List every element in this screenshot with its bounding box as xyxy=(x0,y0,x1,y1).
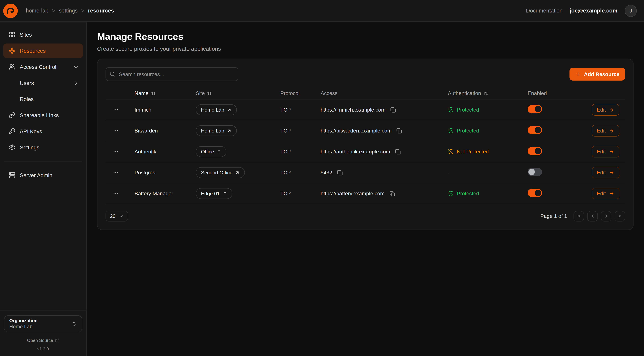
waypoints-icon xyxy=(9,48,15,54)
sort-by-name-button[interactable]: Name xyxy=(134,90,156,96)
copy-icon xyxy=(337,170,343,176)
toggle-knob xyxy=(535,190,541,196)
sidebar-item-access-control[interactable]: Access Control xyxy=(3,60,83,74)
protocol-value: TCP xyxy=(272,107,312,113)
copy-button[interactable] xyxy=(388,190,396,197)
avatar[interactable]: J xyxy=(625,5,637,17)
sidebar-footer: Organization Home Lab Open Source v1.3.0 xyxy=(0,310,86,352)
site-link-button[interactable]: Office xyxy=(196,146,226,157)
previous-page-button[interactable] xyxy=(587,211,598,221)
topbar-right: Documentation joe@example.com J xyxy=(526,5,637,17)
sort-by-site-button[interactable]: Site xyxy=(196,90,212,96)
toggle-knob xyxy=(535,148,541,154)
row-actions-button[interactable] xyxy=(110,104,121,115)
site-link-button[interactable]: Edge 01 xyxy=(196,188,232,199)
ellipsis-icon xyxy=(113,107,119,113)
sidebar-item-users[interactable]: Users xyxy=(3,76,83,90)
arrow-up-right-icon xyxy=(235,170,240,175)
auth-status: Protected xyxy=(440,128,521,134)
sidebar-item-api-keys[interactable]: API Keys xyxy=(3,124,83,138)
enabled-toggle[interactable] xyxy=(528,189,542,197)
sidebar-item-label: Resources xyxy=(20,48,46,54)
link-icon xyxy=(9,112,15,118)
edit-label: Edit xyxy=(597,190,606,196)
sidebar-item-settings[interactable]: Settings xyxy=(3,140,83,155)
protocol-value: TCP xyxy=(272,170,312,176)
auth-label: Protected xyxy=(457,107,479,113)
plus-icon xyxy=(575,71,581,77)
edit-label: Edit xyxy=(597,107,606,113)
enabled-toggle[interactable] xyxy=(528,168,542,176)
row-actions-button[interactable] xyxy=(110,126,121,136)
add-resource-button[interactable]: Add Resource xyxy=(570,68,625,80)
arrow-up-right-icon xyxy=(227,128,232,133)
sidebar-item-sites[interactable]: Sites xyxy=(3,28,83,42)
breadcrumb-org[interactable]: home-lab xyxy=(26,8,48,14)
edit-button[interactable]: Edit xyxy=(592,125,620,136)
logo-glyph xyxy=(3,4,18,18)
table-row: Immich Home Lab TCP https://immich.examp… xyxy=(106,100,625,120)
server-icon xyxy=(9,172,15,178)
sidebar-item-server-admin[interactable]: Server Admin xyxy=(3,168,83,182)
copy-button[interactable] xyxy=(336,169,344,176)
sidebar-item-roles[interactable]: Roles xyxy=(3,92,83,106)
organization-value: Home Lab xyxy=(9,324,38,330)
table-row: Postgres Second Office TCP 5432 xyxy=(106,162,625,183)
protocol-value: TCP xyxy=(272,190,312,196)
site-link-button[interactable]: Home Lab xyxy=(196,125,237,136)
table-row: Bitwarden Home Lab TCP https://bitwarden… xyxy=(106,120,625,141)
ellipsis-icon xyxy=(113,170,119,176)
topbar: home-lab > settings > resources Document… xyxy=(0,0,644,22)
last-page-button[interactable] xyxy=(614,211,625,221)
edit-label: Edit xyxy=(597,148,606,155)
edit-label: Edit xyxy=(597,170,606,176)
page-size-select[interactable]: 20 xyxy=(106,210,128,222)
search-input[interactable] xyxy=(106,67,238,81)
site-name: Home Lab xyxy=(201,107,224,113)
site-link-button[interactable]: Second Office xyxy=(196,167,245,178)
edit-button[interactable]: Edit xyxy=(592,146,620,158)
access-url: https://bitwarden.example.com xyxy=(320,128,392,134)
documentation-link[interactable]: Documentation xyxy=(526,8,562,14)
sidebar-item-label: Users xyxy=(20,80,34,86)
key-icon xyxy=(9,128,15,134)
edit-button[interactable]: Edit xyxy=(592,104,620,116)
breadcrumb-resources[interactable]: resources xyxy=(88,8,114,14)
page-size-value: 20 xyxy=(110,213,116,219)
arrow-right-icon xyxy=(609,107,614,112)
page-subtitle: Create secure proxies to your private ap… xyxy=(97,46,634,52)
sort-by-authentication-button[interactable]: Authentication xyxy=(448,90,488,96)
sidebar-item-resources[interactable]: Resources xyxy=(3,44,83,58)
edit-button[interactable]: Edit xyxy=(592,188,620,199)
enabled-toggle[interactable] xyxy=(528,105,542,113)
chevrons-left-icon xyxy=(576,214,582,219)
organization-selector[interactable]: Organization Home Lab xyxy=(4,315,82,332)
enabled-toggle[interactable] xyxy=(528,126,542,134)
edit-button[interactable]: Edit xyxy=(592,167,620,178)
user-email[interactable]: joe@example.com xyxy=(570,8,618,14)
first-page-button[interactable] xyxy=(574,211,584,221)
breadcrumb-settings[interactable]: settings xyxy=(59,8,78,14)
copy-button[interactable] xyxy=(390,106,397,114)
chevron-right-icon xyxy=(73,80,79,86)
grid-icon xyxy=(9,32,15,38)
site-link-button[interactable]: Home Lab xyxy=(196,104,237,115)
copy-button[interactable] xyxy=(396,127,403,134)
search-wrap xyxy=(106,67,238,81)
row-actions-button[interactable] xyxy=(110,168,121,178)
organization-title: Organization xyxy=(9,318,38,323)
pangolin-logo-icon[interactable] xyxy=(3,4,18,18)
open-source-link[interactable]: Open Source xyxy=(4,338,82,343)
sidebar-item-shareable-links[interactable]: Shareable Links xyxy=(3,108,83,122)
authentication-header-label: Authentication xyxy=(448,90,481,96)
copy-button[interactable] xyxy=(394,148,402,155)
ellipsis-icon xyxy=(113,190,119,196)
next-page-button[interactable] xyxy=(601,211,612,221)
enabled-toggle[interactable] xyxy=(528,147,542,155)
row-actions-button[interactable] xyxy=(110,188,121,199)
protocol-header-label: Protocol xyxy=(280,90,300,96)
row-actions-button[interactable] xyxy=(110,146,121,157)
shield-check-icon xyxy=(448,190,454,196)
auth-status: Protected xyxy=(440,190,521,196)
auth-label: - xyxy=(448,170,450,176)
